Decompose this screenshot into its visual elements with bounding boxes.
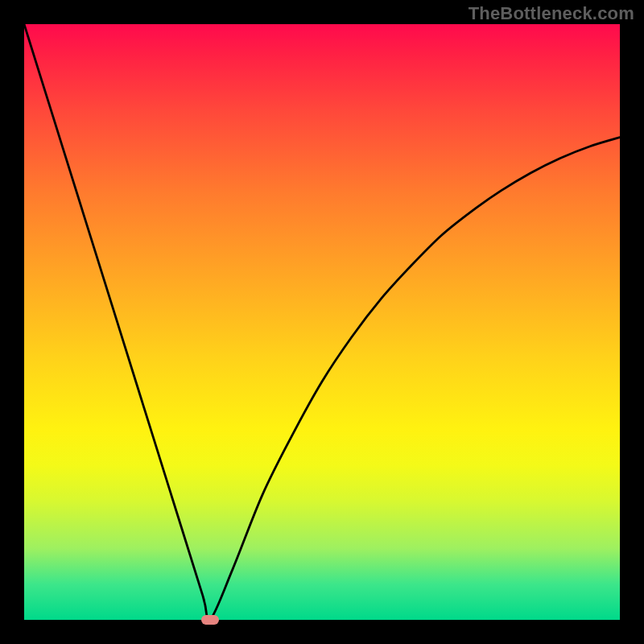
plot-area [24,24,620,620]
bottleneck-curve [24,24,620,620]
curve-svg [24,24,620,620]
minimum-marker [201,615,219,625]
watermark-text: TheBottleneck.com [469,3,634,24]
